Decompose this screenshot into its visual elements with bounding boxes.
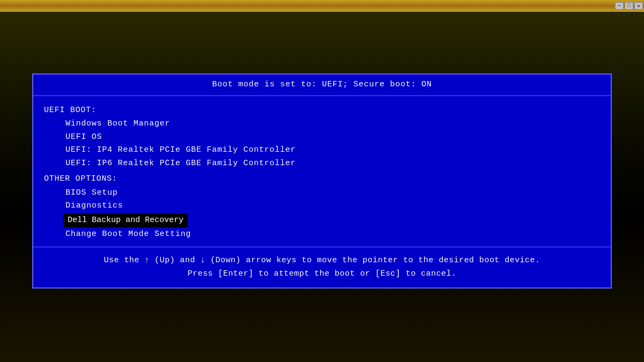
footer-line1: Use the ↑ (Up) and ↓ (Down) arrow keys t… xyxy=(44,254,600,268)
bios-footer: Use the ↑ (Up) and ↓ (Down) arrow keys t… xyxy=(33,247,611,287)
list-item[interactable]: Change Boot Mode Setting xyxy=(44,228,600,241)
footer-text-1: Use the ↑ (Up) and ↓ (Down) arrow keys t… xyxy=(104,256,540,265)
selected-item-label: Dell Backup and Recovery xyxy=(63,213,188,228)
list-item[interactable]: UEFI: IP4 Realtek PCIe GBE Family Contro… xyxy=(44,144,600,157)
list-item[interactable]: BIOS Setup xyxy=(44,187,600,200)
window-controls: ─ □ ✕ xyxy=(615,2,643,10)
selected-menu-item[interactable]: Dell Backup and Recovery xyxy=(44,213,600,228)
footer-line2: Press [Enter] to attempt the boot or [Es… xyxy=(44,267,600,281)
list-item[interactable]: Windows Boot Manager xyxy=(44,117,600,131)
list-item[interactable]: UEFI: IP6 Realtek PCIe GBE Family Contro… xyxy=(44,157,600,171)
uefi-boot-label: UEFI BOOT: xyxy=(44,105,600,117)
bios-body: UEFI BOOT: Windows Boot Manager UEFI OS … xyxy=(33,96,611,247)
bios-panel: Boot mode is set to: UEFI; Secure boot: … xyxy=(32,73,612,289)
maximize-button[interactable]: □ xyxy=(625,2,633,10)
other-options-label: OTHER OPTIONS: xyxy=(44,173,600,186)
list-item[interactable]: Diagnostics xyxy=(44,200,600,213)
minimize-button[interactable]: ─ xyxy=(615,2,624,10)
close-button[interactable]: ✕ xyxy=(634,2,643,10)
footer-text-2: Press [Enter] to attempt the boot or [Es… xyxy=(188,269,457,278)
titlebar: ─ □ ✕ xyxy=(0,0,644,12)
bios-header: Boot mode is set to: UEFI; Secure boot: … xyxy=(33,75,611,96)
list-item[interactable]: UEFI OS xyxy=(44,131,600,144)
boot-mode-status: Boot mode is set to: UEFI; Secure boot: … xyxy=(212,80,432,89)
